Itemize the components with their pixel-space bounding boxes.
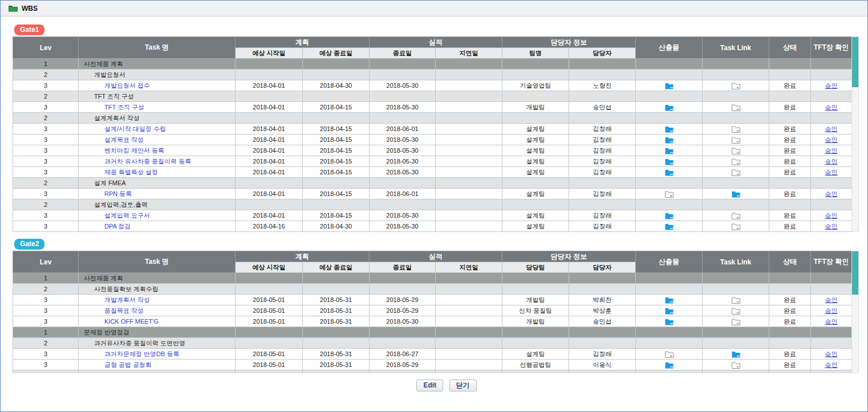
plan-start-cell: 2018-04-01 <box>236 210 303 221</box>
approve-link[interactable]: 승인 <box>825 361 838 368</box>
gate2-table-wrap: Lev Task 명 계획 실적 담당자 정보 산출물 Task Link 상태… <box>13 251 859 373</box>
confirm-cell: 승인 <box>811 360 852 370</box>
task-name-link[interactable]: 개발계획서 작성 <box>104 296 150 303</box>
task-name-link[interactable]: 제품 특별특성 설정 <box>104 169 158 176</box>
blue-folder-icon[interactable] <box>665 169 674 176</box>
gray-folder-icon[interactable] <box>665 351 674 358</box>
plan-start-cell: 2018-05-01 <box>236 305 303 316</box>
gray-folder-icon[interactable] <box>732 137 740 144</box>
task-name-cell: 과거차 유사차종 품질이력 등록 <box>79 156 236 167</box>
approve-link[interactable]: 승인 <box>825 296 838 303</box>
task-row: 2설계입력,검토,출력 <box>13 199 852 210</box>
gray-folder-icon[interactable] <box>732 169 740 176</box>
gate1-scrollbar[interactable] <box>851 36 859 232</box>
task-link-cell <box>703 199 769 210</box>
task-link-cell <box>703 221 769 232</box>
blue-folder-icon[interactable] <box>732 191 740 198</box>
approve-link[interactable]: 승인 <box>825 82 838 89</box>
task-name-link[interactable]: 설계/시작 대일정 수립 <box>104 125 166 132</box>
approve-link[interactable]: 승인 <box>825 136 838 143</box>
gray-folder-icon[interactable] <box>732 83 740 89</box>
task-name-link[interactable]: 과거차 유사차종 품질이력 등록 <box>104 158 191 165</box>
blue-folder-icon[interactable] <box>665 319 674 325</box>
task-name-link[interactable]: 벤치마킹 제안서 등록 <box>104 147 164 154</box>
scrollbar-thumb[interactable] <box>852 251 858 295</box>
owner-cell: 박희찬 <box>569 295 636 305</box>
confirm-cell: 승인 <box>811 349 852 360</box>
approve-link[interactable]: 승인 <box>825 125 838 132</box>
blue-folder-icon[interactable] <box>665 126 674 133</box>
col-header-deliverable: 산출물 <box>636 251 703 273</box>
deliverable-cell <box>636 338 703 349</box>
task-link-cell <box>703 316 769 327</box>
col-header-lev: Lev <box>13 251 79 273</box>
gray-folder-icon[interactable] <box>732 126 740 133</box>
task-row: 2TFT 조직 구성 <box>13 91 852 102</box>
gray-folder-icon[interactable] <box>732 297 740 304</box>
approve-link[interactable]: 승인 <box>825 350 838 357</box>
blue-folder-icon[interactable] <box>665 297 674 304</box>
deliverable-cell <box>636 102 703 113</box>
blue-folder-icon[interactable] <box>665 308 674 315</box>
blue-folder-icon[interactable] <box>665 104 674 111</box>
gray-folder-icon[interactable] <box>732 362 740 369</box>
gray-folder-icon[interactable] <box>732 104 740 111</box>
blue-folder-icon[interactable] <box>665 83 674 89</box>
scrollbar-thumb[interactable] <box>852 37 858 87</box>
task-name-link[interactable]: 과거차문제점 반영DB 등록 <box>104 350 179 357</box>
task-row: 3설계/시작 대일정 수립2018-04-012018-04-152018-06… <box>13 124 852 134</box>
edit-button[interactable]: Edit <box>416 380 443 391</box>
delay-cell <box>436 145 502 156</box>
approve-link[interactable]: 승인 <box>825 169 838 176</box>
blue-folder-icon[interactable] <box>665 223 674 230</box>
task-name-link[interactable]: 개발요청서 접수 <box>104 82 150 89</box>
team-cell: 기술영업팀 <box>502 80 569 91</box>
task-name-link[interactable]: TFT 조직 구성 <box>104 104 144 111</box>
approve-link[interactable]: 승인 <box>825 158 838 165</box>
confirm-cell <box>811 59 852 70</box>
gray-folder-icon[interactable] <box>732 223 740 230</box>
task-row: 2사전품질확보 계획수립 <box>13 284 852 295</box>
task-name-link[interactable]: DPA 점검 <box>104 223 131 230</box>
approve-link[interactable]: 승인 <box>825 104 838 111</box>
gray-folder-icon[interactable] <box>732 213 740 219</box>
blue-folder-icon[interactable] <box>665 148 674 154</box>
actual-end-cell <box>370 70 436 80</box>
blue-folder-icon[interactable] <box>665 362 674 369</box>
task-name-link[interactable]: 금형 공법 공청회 <box>104 361 152 368</box>
blue-folder-icon[interactable] <box>732 351 740 358</box>
task-name-link[interactable]: 설계목표 작성 <box>104 136 144 143</box>
task-name-link[interactable]: KICK OFF MEET'G <box>104 318 159 325</box>
gray-folder-icon[interactable] <box>665 191 674 198</box>
task-name-link[interactable]: 설계입력 요구서 <box>104 212 150 219</box>
task-name-cell: 문제점 반영점검 <box>79 327 236 338</box>
approve-link[interactable]: 승인 <box>825 223 838 230</box>
approve-link[interactable]: 승인 <box>825 190 838 197</box>
task-row: 1사전제품 계획 <box>13 273 852 284</box>
owner-cell <box>569 113 636 124</box>
gate2-scrollbar[interactable] <box>851 251 859 373</box>
owner-cell <box>569 284 636 295</box>
blue-folder-icon[interactable] <box>665 137 674 144</box>
gray-folder-icon[interactable] <box>732 308 740 315</box>
task-name-cell: 설계계획서 작성 <box>79 113 236 124</box>
blue-folder-icon[interactable] <box>665 158 674 165</box>
col-header-task-link: Task Link <box>703 251 769 273</box>
empty-cell <box>769 370 811 373</box>
approve-link[interactable]: 승인 <box>825 147 838 154</box>
approve-link[interactable]: 승인 <box>825 212 838 219</box>
owner-cell <box>569 91 636 102</box>
gray-folder-icon[interactable] <box>732 148 740 154</box>
status-cell <box>769 178 811 189</box>
lev-cell: 1 <box>13 59 79 70</box>
gray-folder-icon[interactable] <box>732 158 740 165</box>
blue-folder-icon[interactable] <box>665 213 674 219</box>
team-cell: 설계팀 <box>502 210 569 221</box>
gray-folder-icon[interactable] <box>732 319 740 325</box>
task-name-link[interactable]: 품질목표 작성 <box>104 307 144 314</box>
approve-link[interactable]: 승인 <box>825 307 838 314</box>
task-name-link[interactable]: RPN 등록 <box>104 190 132 197</box>
task-row: 3설계입력 요구서2018-04-012018-04-152018-05-30설… <box>13 210 852 221</box>
close-button[interactable]: 닫기 <box>449 380 477 391</box>
approve-link[interactable]: 승인 <box>825 318 838 325</box>
